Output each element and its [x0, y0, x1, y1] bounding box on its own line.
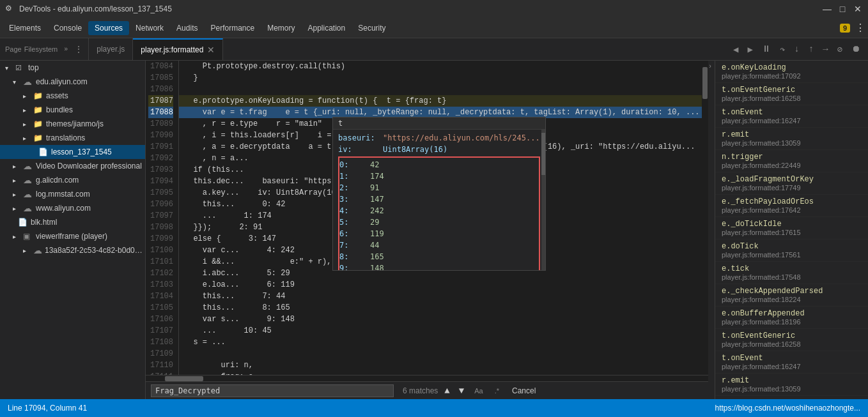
tab-section-menu[interactable]: ⋮ — [74, 44, 83, 55]
debug-step-over-btn[interactable]: ↷ — [777, 43, 787, 56]
sidebar-item-video-dl[interactable]: ▸ ☁ Video Downloader professional — [0, 159, 145, 173]
right-panel-item-5[interactable]: e._loadFragmentOrKeyplayer.js:formatted:… — [715, 172, 868, 195]
tab-prev-button[interactable]: ◀ — [731, 43, 741, 56]
menu-sources[interactable]: Sources — [88, 21, 129, 35]
code-line-17086[interactable] — [179, 84, 702, 95]
right-panel-loc-4: player.js:formatted:22449 — [722, 162, 862, 169]
code-scroll-area[interactable]: Pt.prototype.destroy.call(this) } e.prot… — [179, 61, 702, 375]
sidebar-item-themes[interactable]: ▸ 📁 themes/jianmo/js — [0, 117, 145, 131]
code-line-17111[interactable]: frag: e, — [179, 371, 702, 375]
right-panel-item-9[interactable]: e.tickplayer.js:formatted:17548 — [715, 262, 868, 284]
right-panel-item-7[interactable]: e._doTickIdleplayer.js:formatted:17615 — [715, 217, 868, 239]
sidebar-item-translations[interactable]: ▸ 📁 translations — [0, 131, 145, 145]
sidebar-item-viewerlframe[interactable]: ▸ ▣ viewerlframe (player) — [0, 229, 145, 243]
sidebar-item-top[interactable]: ▾ ☑ top — [0, 61, 145, 75]
sidebar-item-edu-aliyun[interactable]: ▾ ☁ edu.aliyun.com — [0, 75, 145, 89]
menu-security[interactable]: Security — [352, 21, 392, 35]
sidebar-item-assets[interactable]: ▸ 📁 assets — [0, 89, 145, 103]
right-panel-item-14[interactable]: r.emitplayer.js:formatted:13059 — [715, 374, 868, 396]
more-menu-icon[interactable]: ⋮ — [855, 22, 865, 34]
code-area: 1708417085170861708717088170891709017091… — [146, 61, 708, 399]
right-panel-item-13[interactable]: t.onEventplayer.js:formatted:16247 — [715, 351, 868, 374]
search-prev-button[interactable]: ▲ — [442, 384, 452, 397]
right-panel-item-2[interactable]: t.onEventplayer.js:formatted:16247 — [715, 105, 868, 128]
search-match-case-button[interactable]: Aa — [470, 385, 486, 397]
code-line-17105[interactable]: this... 8: 165 — [179, 302, 702, 314]
menu-console[interactable]: Console — [47, 21, 88, 35]
tooltip-entry-key-6: 6: — [339, 229, 365, 238]
right-panel-loc-13: player.js:formatted:16247 — [722, 363, 862, 370]
code-line-17109[interactable] — [179, 348, 702, 360]
vertical-scrollbar[interactable] — [702, 61, 708, 375]
search-input[interactable] — [151, 384, 394, 397]
right-panel-collapse[interactable]: › — [708, 61, 715, 399]
filesystem-tab-label[interactable]: Filesystem — [24, 45, 58, 53]
code-line-17107[interactable]: ... 10: 45 — [179, 325, 702, 337]
sidebar-item-blk[interactable]: 📄 blk.html — [0, 215, 145, 229]
right-panel-item-6[interactable]: e._fetchPayloadOrEosplayer.js:formatted:… — [715, 195, 868, 217]
search-next-button[interactable]: ▼ — [456, 384, 467, 397]
tab-player-js-formatted[interactable]: player.js:formatted ✕ — [133, 38, 223, 60]
tooltip-entry-key-7: 7: — [339, 241, 365, 250]
tooltip-entry-key-2: 2: — [339, 183, 365, 192]
minimize-button[interactable]: — — [822, 4, 832, 14]
debug-continue-btn[interactable]: → — [820, 43, 830, 56]
right-panel-item-12[interactable]: t.onEventGenericplayer.js:formatted:1625… — [715, 329, 868, 351]
debug-deactivate-btn[interactable]: ⊘ — [835, 43, 845, 56]
menu-application[interactable]: Application — [302, 21, 352, 35]
tooltip-entry-9: 9:148 — [339, 262, 539, 270]
line-number-17108: 17108 — [148, 337, 173, 348]
page-tab-label[interactable]: Page — [5, 45, 22, 53]
tab-player-js[interactable]: player.js — [89, 38, 133, 60]
menu-network[interactable]: Network — [129, 21, 170, 35]
right-panel-item-0[interactable]: e.onKeyLoadingplayer.js:formatted:17092 — [715, 61, 868, 83]
code-line-17087[interactable]: e.prototype.onKeyLoading = function(t) {… — [179, 95, 702, 107]
horizontal-scrollbar[interactable] — [146, 375, 708, 381]
collapse-arrow-icon[interactable]: › — [708, 63, 712, 70]
sidebar-item-uuid[interactable]: ▸ ☁ 13a8a52f-2c53-4c82-b0d0-f5b5f05... — [0, 243, 145, 257]
right-panel-func-4: n.trigger — [722, 153, 862, 162]
code-line-17110[interactable]: uri: n, — [179, 360, 702, 371]
sidebar: ▾ ☑ top ▾ ☁ edu.aliyun.com ▸ 📁 assets ▸ … — [0, 61, 146, 399]
hscroll-thumb[interactable] — [165, 376, 203, 381]
tooltip-scrollbar-thumb[interactable] — [541, 133, 545, 175]
line-number-17102: 17102 — [148, 268, 173, 279]
debug-step-into-btn[interactable]: ↓ — [791, 43, 802, 56]
right-panel-item-4[interactable]: n.triggerplayer.js:formatted:22449 — [715, 150, 868, 172]
code-line-17106[interactable]: var s... 9: 148 — [179, 314, 702, 325]
right-panel-loc-1: player.js:formatted:16258 — [722, 95, 862, 102]
code-line-17108[interactable]: s = ... — [179, 337, 702, 348]
close-button[interactable]: ✕ — [853, 4, 863, 14]
sidebar-item-lesson[interactable]: 📄 lesson_137_1545 — [0, 145, 145, 159]
sidebar-item-bundles[interactable]: ▸ 📁 bundles — [0, 103, 145, 117]
right-panel-item-8[interactable]: e.doTickplayer.js:formatted:17561 — [715, 239, 868, 262]
tab-section-more[interactable]: » — [60, 46, 72, 53]
sidebar-item-alicdn[interactable]: ▸ ☁ g.alicdn.com — [0, 173, 145, 187]
sidebar-arrow-bundles: ▸ — [23, 107, 33, 114]
menu-memory[interactable]: Memory — [261, 21, 301, 35]
code-line-17103[interactable]: e.loa... 6: 119 — [179, 279, 702, 291]
search-regex-button[interactable]: .* — [491, 385, 503, 397]
right-panel-item-10[interactable]: e._checkAppendedParsedplayer.js:formatte… — [715, 284, 868, 307]
code-line-17084[interactable]: Pt.prototype.destroy.call(this) — [179, 61, 702, 72]
code-line-17104[interactable]: this... 7: 44 — [179, 291, 702, 302]
menu-audits[interactable]: Audits — [170, 21, 204, 35]
sidebar-item-mmstat[interactable]: ▸ ☁ log.mmstat.com — [0, 187, 145, 201]
search-cancel-button[interactable]: Cancel — [512, 386, 536, 395]
right-panel-item-1[interactable]: t.onEventGenericplayer.js:formatted:1625… — [715, 83, 868, 105]
debug-pause-btn[interactable]: ⏸ — [759, 43, 773, 56]
vscroll-thumb[interactable] — [702, 67, 708, 99]
menu-performance[interactable]: Performance — [204, 21, 261, 35]
maximize-button[interactable]: □ — [837, 4, 848, 14]
debug-pause-on-exception-btn[interactable]: ⏺ — [849, 43, 863, 56]
right-panel-item-11[interactable]: e.onBufferAppendedplayer.js:formatted:18… — [715, 307, 868, 329]
tab-close-button[interactable]: ✕ — [207, 45, 215, 54]
debug-step-out-btn[interactable]: ↑ — [806, 43, 816, 56]
tooltip-scrollbar[interactable] — [541, 130, 545, 270]
right-panel-item-3[interactable]: r.emitplayer.js:formatted:13059 — [715, 128, 868, 150]
code-line-17085[interactable]: } — [179, 72, 702, 84]
tab-next-button[interactable]: ▶ — [745, 43, 755, 56]
right-panel-item-15[interactable]: n.triggerplayer.js:formatted:22449 — [715, 396, 868, 399]
menu-elements[interactable]: Elements — [3, 21, 47, 35]
sidebar-item-aliyun[interactable]: ▸ ☁ www.aliyun.com — [0, 201, 145, 215]
